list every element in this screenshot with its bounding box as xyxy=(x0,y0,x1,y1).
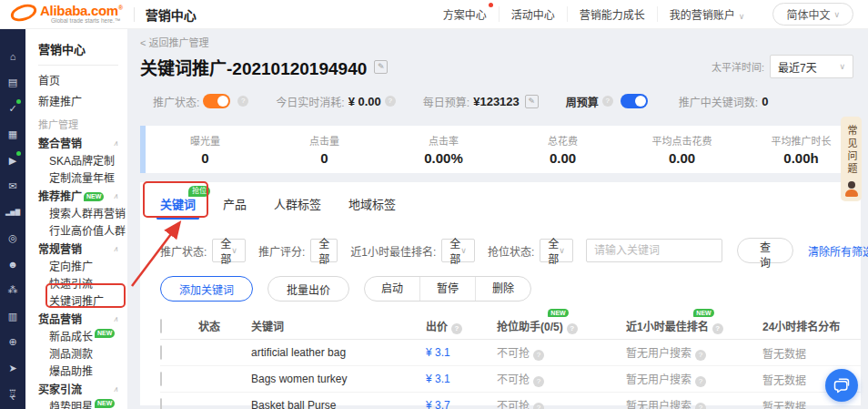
breadcrumb-back-link[interactable]: < 返回推广管理 xyxy=(140,35,868,49)
chevron-down-icon: ∨ xyxy=(231,246,237,255)
sidebar-group-product-marketing[interactable]: 货品营销∧ xyxy=(38,311,127,329)
table-row: artificial leather bag ¥ 3.1 不可抢 暂无用户搜索 … xyxy=(160,340,861,366)
delete-button[interactable]: 删除 xyxy=(475,277,530,301)
language-selector[interactable]: 简体中文∨ xyxy=(772,3,853,26)
help-icon[interactable] xyxy=(385,96,396,107)
edit-budget-icon[interactable]: ✎ xyxy=(525,95,539,108)
customers-icon[interactable]: ☻ xyxy=(0,251,25,278)
sidebar-item-high-value-audience[interactable]: 行业高价值人群 xyxy=(38,223,127,240)
collapse-rail-icon[interactable]: ‹ xyxy=(0,391,25,404)
divider xyxy=(38,65,118,66)
home-icon[interactable]: ⌂ xyxy=(0,44,25,70)
nav-label: 我的营销账户 xyxy=(670,9,735,22)
cell-best-rank: 暂无用户搜索 xyxy=(626,371,762,387)
add-keyword-button[interactable]: 添加关键词 xyxy=(160,276,253,302)
grab-badge: 抢位 xyxy=(188,186,210,197)
apps-grid-icon[interactable]: ▦ xyxy=(0,122,25,148)
tab-audience-labels[interactable]: 人群标签 xyxy=(274,195,321,220)
brand-text: Alibaba.com® xyxy=(40,4,123,17)
sidebar-group-regular-marketing[interactable]: 常规营销∧ xyxy=(38,240,127,259)
week-budget-toggle[interactable] xyxy=(621,94,648,108)
analytics-icon[interactable]: ▂▅▇ xyxy=(0,199,25,226)
tab-products[interactable]: 产品 xyxy=(223,195,247,220)
help-icon[interactable] xyxy=(695,350,706,361)
search-button[interactable]: 查询 xyxy=(737,238,793,263)
video-icon[interactable]: ▶ xyxy=(0,148,25,174)
cell-bid[interactable]: ¥ 3.1 xyxy=(426,346,497,359)
sidebar-group-buyer-traffic[interactable]: 买家引流∧ xyxy=(38,381,127,399)
sidebar-item-targeted-promo[interactable]: 定向推广 xyxy=(38,259,127,276)
tab-keywords[interactable]: 关键词 抢位 xyxy=(160,195,196,220)
sidebar-item-quick-traffic[interactable]: 快速引流 xyxy=(38,276,127,293)
storefront-icon[interactable]: ▤ xyxy=(0,70,25,97)
sidebar-item-ska-brand[interactable]: SKA品牌定制 xyxy=(38,153,127,170)
date-range-select[interactable]: 最近7天∨ xyxy=(770,55,853,78)
tasks-check-icon[interactable]: ✓ xyxy=(0,96,25,122)
filter-promo-status-select[interactable]: 全部∨ xyxy=(212,239,246,262)
cell-keyword: artificial leather bag xyxy=(251,346,426,359)
help-icon[interactable] xyxy=(695,376,706,387)
help-icon[interactable] xyxy=(237,96,248,107)
keyword-count-value: 0 xyxy=(762,95,768,108)
col-bid: 出价 xyxy=(426,318,497,334)
nav-plan-center[interactable]: 方案中心 xyxy=(431,6,499,22)
messages-icon[interactable]: ✉ xyxy=(0,174,25,200)
keyword-search-input[interactable] xyxy=(586,239,722,262)
help-icon[interactable] xyxy=(695,403,706,409)
help-icon[interactable] xyxy=(451,323,462,334)
pause-button[interactable]: 暂停 xyxy=(419,277,475,301)
help-icon[interactable] xyxy=(712,323,723,334)
cell-bid[interactable]: ¥ 3.7 xyxy=(426,399,497,409)
sidebar-item-keyword-promo[interactable]: 关键词推广 xyxy=(38,293,127,311)
date-range-value: 最近7天 xyxy=(778,59,817,75)
sidebar-item-new-product-growth[interactable]: 新品成长NEW xyxy=(38,329,127,346)
row-checkbox[interactable] xyxy=(160,345,162,360)
global-icon[interactable]: ⊕ xyxy=(0,330,25,356)
faq-side-widget[interactable]: 常见问题 xyxy=(841,117,862,201)
sidebar-group-recommend-promo[interactable]: 推荐推广NEW∧ xyxy=(38,188,127,206)
sidebar-item-trend-star[interactable]: 趋势明星NEW xyxy=(38,399,127,409)
help-icon[interactable] xyxy=(602,96,613,107)
promotion-icon[interactable]: ➤ xyxy=(0,355,25,382)
stats-bar: 曝光量0 点击量0 点击率0.00% 总花费0.00 平均点击花费0.00 平均… xyxy=(140,126,861,173)
nav-my-account[interactable]: 我的营销账户∨ xyxy=(657,6,757,22)
filter-grab-status-select[interactable]: 全部∨ xyxy=(540,239,573,262)
faq-label: 常见问题 xyxy=(846,125,856,176)
sidebar-item-search-remarketing[interactable]: 搜索人群再营销 xyxy=(38,206,127,223)
clear-filters-link[interactable]: 清除所有筛选 xyxy=(808,243,868,259)
edit-title-icon[interactable]: ✎ xyxy=(374,60,388,74)
sidebar-item-product-testing[interactable]: 测品测款 xyxy=(38,346,127,363)
notes-icon[interactable]: ▥ xyxy=(0,303,25,330)
sidebar-item-new-campaign[interactable]: 新建推广 xyxy=(38,92,127,113)
help-icon[interactable] xyxy=(533,376,544,387)
chat-button[interactable] xyxy=(825,369,858,402)
start-button[interactable]: 启动 xyxy=(365,277,419,301)
filter-best-rank-select[interactable]: 全部∨ xyxy=(441,239,475,262)
help-icon[interactable] xyxy=(533,403,544,409)
new-badge: NEW xyxy=(548,309,568,318)
nav-marketing-growth[interactable]: 营销能力成长 xyxy=(567,6,657,22)
sidebar-item-hot-product-boost[interactable]: 爆品助推 xyxy=(38,363,127,381)
chevron-down-icon: ∨ xyxy=(559,246,565,255)
help-icon[interactable] xyxy=(533,350,544,361)
chevron-down-icon: ∨ xyxy=(739,12,745,21)
nav-label: 活动中心 xyxy=(511,9,555,22)
select-all-checkbox[interactable] xyxy=(160,319,162,333)
distribution-icon[interactable]: ⁂ xyxy=(0,278,25,304)
row-checkbox[interactable] xyxy=(160,398,162,409)
sidebar-section-campaign-mgmt: 推广管理 xyxy=(38,115,127,135)
sidebar-item-custom-traffic[interactable]: 定制流量年框 xyxy=(38,170,127,188)
tab-region-labels[interactable]: 地域标签 xyxy=(348,195,396,220)
sidebar-item-home[interactable]: 首页 xyxy=(38,71,127,92)
sidebar-group-integrated-marketing[interactable]: 整合营销∧ xyxy=(38,135,127,153)
nav-activity-center[interactable]: 活动中心 xyxy=(499,6,567,22)
batch-bid-button[interactable]: 批量出价 xyxy=(267,276,349,302)
filter-score-select[interactable]: 全部 xyxy=(310,239,338,262)
help-icon[interactable] xyxy=(567,323,578,334)
today-cost-value: ¥ 0.00 xyxy=(348,95,381,108)
promo-status-toggle[interactable] xyxy=(203,94,230,108)
row-checkbox[interactable] xyxy=(160,372,162,386)
location-icon[interactable]: ◎ xyxy=(0,226,25,252)
alibaba-logo[interactable]: Alibaba.com® Global trade starts here.™ xyxy=(9,3,123,26)
cell-bid[interactable]: ¥ 3.1 xyxy=(426,373,497,385)
